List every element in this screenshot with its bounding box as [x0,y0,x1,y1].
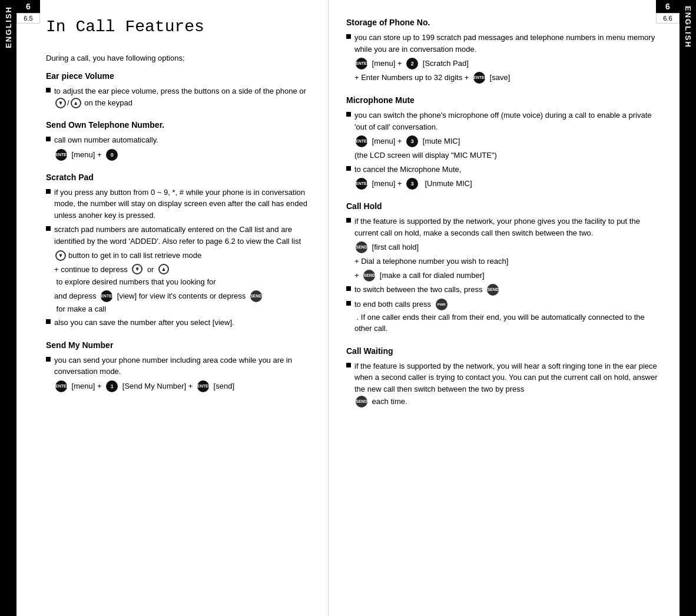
bullet-icon [346,218,351,223]
page-num-right: 6 6.6 [656,0,680,24]
page-sub-right: 6.6 [656,13,680,24]
send-switch-icon: SEND [487,284,499,296]
section-ear-piece: Ear piece Volume to adjust the ear piece… [46,71,310,108]
mute-menu-text: [menu] + [370,135,404,147]
bullet-icon [346,301,351,306]
scratch-line-1: ▼ button to get in to call list retrieve… [46,250,310,261]
call-waiting-title: Call Waiting [346,346,662,356]
unmute-menu-text: [menu] + [370,178,404,190]
two-button-icon: 2 [406,58,418,69]
enter-mute-icon: ENTER [356,135,367,147]
bullet-icon [346,286,351,291]
make-dialed-text: [make a call for dialed number] [377,270,484,281]
send-my-bullet: you can send your phone number including… [46,355,310,377]
send-my-label-text: [Send My Number] + [120,380,195,392]
left-column: In Call Features During a call, you have… [16,0,329,616]
and-depress-text: and depress [54,290,98,302]
call-hold-bullet-3: to end both calls press PWR . If one cal… [346,299,662,335]
storage-line-1: ENTER [menu] + 2 [Scratch Pad] [346,58,662,69]
mic-mute-text-2: to cancel the Microphone Mute, [354,164,662,175]
section-scratch-pad: Scratch Pad if you press any button from… [46,173,310,329]
enter-save-icon: ENTER [473,72,485,84]
right-column: Storage of Phone No. you can store up to… [329,0,680,616]
nav-down-icon: ▼ [55,98,66,108]
send-own-text: call own number automatically. [54,134,310,146]
scratch-text-2: scratch pad numbers are automatically en… [54,224,310,247]
enter-send-icon: ENTER [197,380,209,392]
scratch-line-3: and depress ENTER [view] for view it's c… [46,290,310,315]
storage-save-text: [save] [488,72,510,84]
bullet-icon [46,319,51,324]
scratch-continue-text: + continue to depress [54,264,130,276]
send-my-text: you can send your phone number including… [54,355,310,377]
scratch-retrieve-text: button to get in to call list retrieve m… [68,250,201,261]
section-call-hold: Call Hold if the feature is supported by… [346,201,662,335]
plus-text: + [354,270,361,281]
bullet-icon [346,112,351,117]
bullet-icon [46,226,51,231]
section-mic-mute: Microphone Mute you can switch the phone… [346,95,662,190]
send-waiting-icon: SEND [356,396,367,408]
mic-mute-bullet-1: you can switch the phone's microphone of… [346,110,662,133]
send-my-title: Send My Number [46,340,310,350]
call-waiting-text: if the feature is supported by the netwo… [354,360,662,408]
call-hold-title: Call Hold [346,201,662,211]
send-bracket-text: [send] [211,380,234,392]
enter-storage-icon: ENTER [356,58,367,69]
storage-scratch-text: [Scratch Pad] [420,58,469,69]
intro-text: During a call, you have following option… [46,54,310,62]
nav-icon-scratch: ▼ [55,250,66,261]
storage-menu-text: [menu] + [370,58,404,69]
enter-button-icon: ENTER [55,149,67,161]
right-english-label: ENGLISH [684,6,692,48]
bullet-icon [346,34,351,39]
send-own-instruction: ENTER [menu] + 0 [46,149,310,161]
zero-button-icon: 0 [106,149,118,161]
unmute-mic-text: [Unmute MIC] [420,178,472,190]
bullet-icon [46,137,51,141]
mic-mute-title: Microphone Mute [346,95,662,105]
send-own-title: Send Own Telephone Number. [46,120,310,130]
mute-mic-text: [mute MIC] [420,135,460,147]
ear-piece-bullet: to adjust the ear piece volume, press th… [46,85,310,108]
storage-title: Storage of Phone No. [346,18,662,27]
call-hold-line-3: + SEND [make a call for dialed number] [346,270,662,281]
send-own-bullet: call own number automatically. [46,134,310,146]
mic-mute-lcd-text: (the LCD screen will display "MIC MUTE") [346,150,662,161]
left-english-label: ENGLISH [4,6,13,48]
ear-piece-text: to adjust the ear piece volume, press th… [54,85,310,108]
one-button-icon: 1 [106,380,118,392]
three-button-icon: 3 [406,135,418,147]
menu-text: [menu] + [69,149,104,161]
section-send-own: Send Own Telephone Number. call own numb… [46,120,310,161]
bullet-icon [346,166,351,171]
scratch-text-3: also you can save the number after you s… [54,317,310,329]
page-number-right: 6 [656,0,680,13]
call-hold-text-3: to end both calls press PWR . If one cal… [354,299,662,335]
storage-bullet: you can store up to 199 scratch pad mess… [346,32,662,55]
mic-mute-bullet-2: to cancel the Microphone Mute, [346,164,662,175]
call-hold-bullet-1: if the feature is supported by the netwo… [346,216,662,239]
scratch-text-1: if you press any button from 0 ~ 9, *, #… [54,187,310,221]
send-my-instruction: ENTER [menu] + 1 [Send My Number] + ENTE… [46,380,310,392]
call-hold-text-1: if the feature is supported by the netwo… [354,216,662,239]
send-dialed-icon: SEND [363,270,375,281]
page-wrapper: ENGLISH 6 6.5 In Call Features During a … [0,0,696,616]
enter-view-icon: ENTER [101,290,112,302]
mic-mute-line-2: ENTER [menu] + 3 [Unmute MIC] [346,178,662,190]
scratch-bullet-1: if you press any button from 0 ~ 9, *, #… [46,187,310,221]
storage-text: you can store up to 199 scratch pad mess… [354,32,662,55]
send-my-menu-text: [menu] + [69,380,104,392]
bullet-icon [46,357,51,362]
bullet-icon [346,363,351,367]
make-call-text: for make a call [54,303,106,315]
section-send-my: Send My Number you can send your phone n… [46,340,310,392]
call-hold-line-2: + Dial a telephone number you wish to re… [346,256,662,267]
send-make-icon: SEND [250,290,262,302]
content-area: In Call Features During a call, you have… [16,0,680,616]
left-side-tab: ENGLISH [0,0,16,616]
call-hold-line-1: SEND [first call hold] [346,241,662,253]
enter-unmute-icon: ENTER [356,178,367,190]
pwr-end-icon: PWR [436,299,448,310]
call-hold-bullet-2: to switch between the two calls, press S… [346,284,662,296]
